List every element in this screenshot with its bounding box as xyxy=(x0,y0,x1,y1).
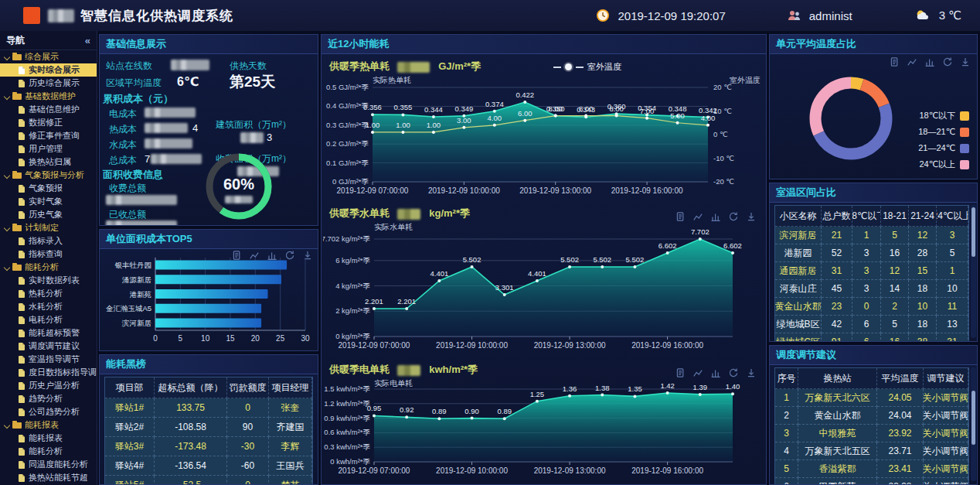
sidebar-item[interactable]: 能耗报表 xyxy=(0,432,97,445)
sidebar-item-label: 水耗分析 xyxy=(29,301,63,313)
sidebar-item[interactable]: 能耗分析 xyxy=(0,445,97,458)
legend-item[interactable]: 24℃以上 xyxy=(918,156,969,172)
outdoor-temp-legend[interactable]: 室外温度 xyxy=(553,61,621,73)
refresh-icon[interactable] xyxy=(728,367,739,378)
column-header: 18-21 xyxy=(881,206,909,227)
file-icon xyxy=(19,474,25,482)
bar-chart-icon[interactable] xyxy=(710,211,721,222)
legend-label: 18—21℃ xyxy=(918,127,955,137)
sidebar-item[interactable]: 公司趋势分析 xyxy=(0,405,97,418)
heat-chart-title: 供暖季热单耗 GJ/m²*季 xyxy=(329,60,481,73)
sidebar-group[interactable]: 计划制定 xyxy=(0,221,97,234)
sidebar-item[interactable]: 能耗超标预警 xyxy=(0,326,97,340)
room-table-scrollbar[interactable] xyxy=(971,205,976,338)
panel-top5: 单位面积成本TOP5 051015202530银丰牡丹园涌源新居港新苑金汇瀚玉城… xyxy=(99,229,318,351)
sidebar-item[interactable]: 热耗分析 xyxy=(0,287,97,300)
download-icon[interactable] xyxy=(746,367,757,378)
sidebar-item[interactable]: 历史综合展示 xyxy=(0,77,97,90)
file-icon xyxy=(19,159,25,166)
sidebar-item[interactable]: 趋势分析 xyxy=(0,392,97,405)
sidebar-group-label: 能耗报表 xyxy=(25,419,59,431)
sidebar-item[interactable]: 实时数据列表 xyxy=(0,274,97,287)
sidebar-item[interactable]: 数据修正 xyxy=(0,116,97,129)
table-cell: 驿站5# xyxy=(105,476,155,484)
svg-text:1.39: 1.39 xyxy=(693,383,708,391)
table-cell: 关小调节阀 xyxy=(924,478,968,484)
svg-text:1.36: 1.36 xyxy=(563,384,577,393)
sidebar-item-label: 气象预报 xyxy=(29,183,63,194)
svg-text:6.602: 6.602 xyxy=(723,241,742,250)
sidebar-item[interactable]: 度日数指标指导调节 xyxy=(0,366,97,379)
sidebar-item[interactable]: 同温度能耗分析 xyxy=(0,458,97,471)
doc-icon[interactable] xyxy=(675,367,686,378)
table-cell: 黄金山水郡 xyxy=(775,298,822,316)
svg-text:0 kwh/m²*季: 0 kwh/m²*季 xyxy=(330,457,370,466)
room-table-scroll-thumb[interactable] xyxy=(971,207,975,257)
sidebar-item[interactable]: 历史户温分析 xyxy=(0,379,97,392)
sidebar-item[interactable]: 换热站归属 xyxy=(0,155,97,169)
doc-icon[interactable] xyxy=(675,211,686,222)
table-cell: 1 xyxy=(852,227,881,244)
chevron-icon xyxy=(4,224,10,231)
dispatch-table-scroll-thumb[interactable] xyxy=(971,391,975,445)
sidebar-item[interactable]: 指标录入 xyxy=(0,234,97,248)
dispatch-table-scrollbar[interactable] xyxy=(971,367,976,481)
download-icon[interactable] xyxy=(746,211,757,222)
column-header: 换热站 xyxy=(798,368,877,389)
table-cell: 18 xyxy=(909,316,937,333)
file-icon xyxy=(19,132,25,140)
svg-text:0 ℃: 0 ℃ xyxy=(713,130,728,138)
table-cell: 91 xyxy=(822,333,852,341)
sidebar-item[interactable]: 历史气象 xyxy=(0,208,97,221)
table-cell: 10 xyxy=(909,298,937,316)
sidebar-group[interactable]: 能耗报表 xyxy=(0,418,97,432)
fee-total-label: 收费总额 xyxy=(109,182,146,195)
chevron-icon xyxy=(4,422,10,428)
legend-item[interactable]: 21—24℃ xyxy=(918,140,969,156)
sidebar-item[interactable]: 换热站能耗节超 xyxy=(0,471,97,484)
chevron-icon xyxy=(4,93,10,99)
svg-text:2019-12-09 07:00:00: 2019-12-09 07:00:00 xyxy=(339,341,410,350)
sidebar-group[interactable]: 综合展示 xyxy=(0,50,97,63)
column-header: 项目部 xyxy=(105,377,155,398)
line-chart-icon[interactable] xyxy=(692,211,703,222)
sidebar-item[interactable]: 电耗分析 xyxy=(0,313,97,326)
svg-text:实际热单耗: 实际热单耗 xyxy=(373,76,411,84)
table-cell: 13 xyxy=(937,316,968,333)
svg-text:8.00: 8.00 xyxy=(579,104,594,113)
sidebar-item[interactable]: 调度调节建议 xyxy=(0,340,97,353)
header-username[interactable]: administ xyxy=(809,9,852,22)
line-chart-icon[interactable] xyxy=(692,367,703,378)
bar-chart-icon[interactable] xyxy=(710,367,721,378)
download-icon[interactable] xyxy=(960,56,971,67)
svg-text:实际水单耗: 实际水单耗 xyxy=(374,223,413,231)
refresh-icon[interactable] xyxy=(728,211,739,222)
top5-body: 051015202530银丰牡丹园涌源新居港新苑金汇瀚玉城A5滨河新居 xyxy=(100,248,318,350)
sidebar-group[interactable]: 基础数据维护 xyxy=(0,90,97,103)
file-icon xyxy=(19,145,25,153)
sidebar-item[interactable]: 实时气象 xyxy=(0,195,97,208)
svg-text:4 kg/m²*季: 4 kg/m²*季 xyxy=(335,282,370,290)
panel-title: 单位面积成本TOP5 xyxy=(106,232,192,246)
sidebar-item[interactable]: 水耗分析 xyxy=(0,300,97,313)
elec-cost-label: 电成本 xyxy=(109,108,137,121)
sidebar-item[interactable]: 用户管理 xyxy=(0,142,97,155)
legend-item[interactable]: 18℃以下 xyxy=(918,108,969,124)
sidebar-item-label: 历史气象 xyxy=(29,209,63,220)
sidebar-item[interactable]: 室温指导调节 xyxy=(0,353,97,366)
elec-chart-title: 供暖季电单耗 kwh/m²*季 xyxy=(329,363,478,377)
legend-item[interactable]: 18—21℃ xyxy=(918,124,969,140)
sidebar-group[interactable]: 能耗分析 xyxy=(0,261,97,274)
unit-temp-body: 18℃以下18—21℃21—24℃24℃以上 xyxy=(770,53,977,179)
sidebar-collapse-icon[interactable]: « xyxy=(85,35,90,46)
building-area-label: 建筑面积（万m²） xyxy=(216,118,291,131)
sidebar-item[interactable]: 气象预报 xyxy=(0,182,97,195)
table-cell: 24.04 xyxy=(877,407,924,425)
sidebar-item[interactable]: 指标查询 xyxy=(0,248,97,261)
sidebar-group[interactable]: 气象预报与分析 xyxy=(0,169,97,182)
sidebar-item[interactable]: 实时综合展示 xyxy=(0,63,97,77)
sidebar-item[interactable]: 修正事件查询 xyxy=(0,129,97,142)
sidebar-item[interactable]: 基础信息维护 xyxy=(0,103,97,116)
table-cell: 42 xyxy=(822,316,852,333)
svg-text:1.00: 1.00 xyxy=(427,121,441,129)
